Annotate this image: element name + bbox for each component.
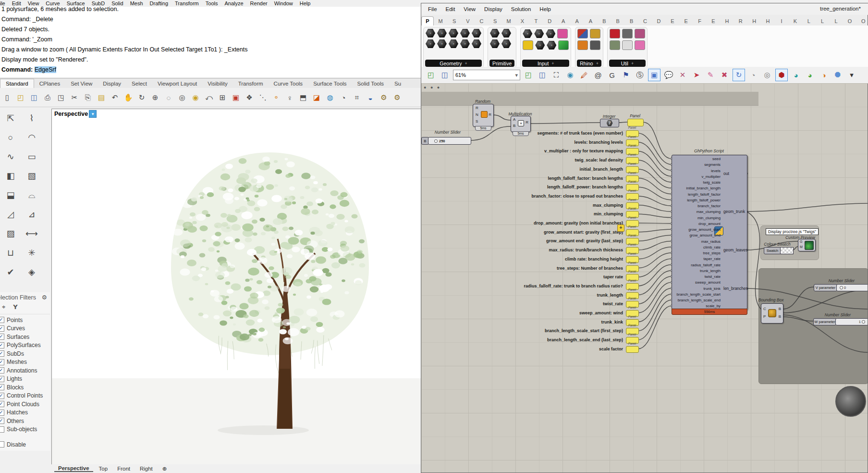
blue-octagon-icon[interactable]: ⯃: [832, 69, 844, 81]
gha-installer-icon[interactable]: G: [606, 69, 618, 81]
slider-grip[interactable]: [840, 286, 843, 289]
filter-item-polysurfaces[interactable]: ✓PolySurfaces: [0, 341, 50, 350]
open-folder-icon[interactable]: ◰: [14, 91, 27, 104]
zoom-level-select[interactable]: 61% ▾: [453, 70, 520, 80]
gh-component-icon[interactable]: ◦: [449, 29, 458, 37]
hatch-tool[interactable]: ▨: [0, 224, 21, 243]
viewport-tab-top[interactable]: Top: [95, 466, 112, 472]
slider-grip[interactable]: [862, 320, 865, 324]
gh-component-icon[interactable]: ◦: [490, 29, 500, 37]
gh-category-tab-15[interactable]: B: [624, 18, 638, 25]
ghpython-input-segments[interactable]: segments: [704, 162, 721, 167]
ghpython-input-trunk_kink[interactable]: trunk_kink: [703, 286, 721, 290]
gh-component-icon-arrow[interactable]: [622, 29, 633, 38]
polyline-tool[interactable]: ⌇: [21, 109, 42, 128]
undo-view-icon[interactable]: ⤺: [203, 91, 215, 104]
filter-item-control-points[interactable]: ✓Control Points: [0, 392, 50, 400]
box-tool[interactable]: ▧: [21, 166, 42, 186]
gh-component-icon[interactable]: ◦: [472, 39, 481, 48]
ghpython-input-max_radius[interactable]: max_radius: [701, 239, 721, 243]
random-node[interactable]: R N S R: [473, 104, 494, 127]
add-viewport-icon[interactable]: ⊕: [159, 465, 171, 472]
ghpython-input-branch_length_scale_end[interactable]: branch_length_scale_end: [678, 298, 721, 302]
gh-category-tab-31[interactable]: O: [843, 18, 856, 25]
gh-category-tab-28[interactable]: L: [802, 18, 816, 25]
filter-item-lights[interactable]: ✓Lights: [0, 375, 50, 384]
gh-component-icon[interactable]: ◦: [501, 29, 511, 37]
toolbar-tab-select[interactable]: Select: [126, 79, 152, 88]
toolbar-tab-display[interactable]: Display: [98, 79, 126, 88]
bbox-output-b2[interactable]: B: [779, 314, 781, 319]
paint-flame-icon[interactable]: 🖉: [578, 69, 590, 81]
gh-category-tab-5[interactable]: S: [489, 18, 502, 25]
gh-menu-solution[interactable]: Solution: [511, 6, 531, 12]
ghpython-input-length_falloff_factor[interactable]: length_falloff_factor: [688, 192, 721, 196]
rhino-menu-render[interactable]: Render: [250, 0, 268, 6]
sphere-icon[interactable]: ◔: [337, 91, 350, 104]
wire-cylinder-icon[interactable]: ◎: [761, 69, 773, 81]
gh-component-icon[interactable]: ◦: [460, 29, 470, 37]
save-document-icon[interactable]: ◫: [439, 69, 451, 81]
bbox-input-c[interactable]: C: [763, 307, 766, 311]
teal-ribbon-icon[interactable]: ◕: [790, 69, 802, 81]
gh-category-tab-3[interactable]: V: [461, 18, 475, 25]
gh-category-tab-21[interactable]: E: [707, 18, 720, 25]
balloon-icon[interactable]: 💬: [663, 69, 674, 81]
perspective-viewport[interactable]: Perspective ▼: [51, 109, 421, 465]
gh-group-label[interactable]: Rhino+: [577, 60, 601, 67]
multiplication-input-b[interactable]: B: [513, 124, 515, 128]
gh-category-tab-27[interactable]: K: [788, 18, 802, 25]
gear-icon[interactable]: ⚙: [42, 294, 47, 301]
gh-component-icon[interactable]: ◦: [472, 29, 481, 37]
viewport-title[interactable]: Perspective ▼: [54, 110, 97, 118]
gh-group-label[interactable]: Input+: [522, 60, 569, 67]
viewport-layout-icon[interactable]: ⊞: [216, 91, 229, 104]
toolbar-tab-visibility[interactable]: Visibility: [202, 79, 232, 88]
document-flag-icon[interactable]: ⚑: [620, 69, 632, 81]
viewport-tab-front[interactable]: Front: [113, 466, 134, 472]
canvas-compass-widget[interactable]: [835, 386, 866, 417]
ghpython-input-twist_rate[interactable]: twist_rate: [705, 274, 721, 279]
gh-component-icon[interactable]: ◦: [449, 39, 458, 48]
gh-canvas[interactable]: ● ● ● Random R N S R 5ms Multiplication …: [421, 83, 868, 473]
swatch-button[interactable]: Swatch: [764, 247, 781, 254]
ghpython-input-scale_by[interactable]: scale_by: [706, 304, 721, 308]
random-input-n[interactable]: N: [476, 112, 478, 117]
circle-tool[interactable]: ○: [0, 128, 21, 147]
gh-category-tab-12[interactable]: A: [584, 18, 597, 25]
checkbox[interactable]: ✓: [0, 342, 4, 349]
mail-icon[interactable]: ◪: [310, 91, 323, 104]
gh-category-tab-20[interactable]: F: [693, 18, 706, 25]
lattice-icon[interactable]: ⌗: [351, 91, 363, 104]
gh-component-icon-redblue[interactable]: [577, 29, 588, 38]
gh-category-tab-7[interactable]: X: [515, 18, 529, 25]
gh-category-tab-4[interactable]: C: [475, 18, 488, 25]
grey-sphere-icon[interactable]: ◔: [747, 69, 759, 81]
disable-x-icon[interactable]: ✖: [719, 69, 730, 81]
octagon-dropdown-arrow[interactable]: ▾: [846, 69, 857, 81]
gh-component-icon[interactable]: ◦: [426, 39, 435, 48]
ghpython-output-geom_trunk[interactable]: geom_trunk: [723, 209, 745, 214]
rotate-view-icon[interactable]: ↻: [135, 91, 148, 104]
rectangle-tool[interactable]: ▭: [21, 147, 42, 166]
rhino-command-history[interactable]: 1 polysurface, 6 meshes added to selecti…: [0, 7, 424, 78]
random-output-r[interactable]: R: [489, 112, 491, 117]
zoom-window-icon[interactable]: ◌: [162, 91, 175, 104]
undo-icon[interactable]: ↶: [109, 91, 121, 104]
gh-category-tab-18[interactable]: E: [666, 18, 679, 25]
chevron-down-icon[interactable]: ▼: [89, 110, 97, 118]
gumball-tool[interactable]: ◈: [21, 262, 42, 282]
viewport-tab-perspective[interactable]: Perspective: [54, 465, 93, 472]
ghpython-input-min_clumping[interactable]: min_clumping: [697, 215, 721, 220]
rhino-menu-mesh[interactable]: Mesh: [130, 0, 143, 6]
gh-component-icon[interactable]: ◦: [523, 29, 532, 38]
toolbar-tab-curve-tools[interactable]: Curve Tools: [269, 79, 308, 88]
wire-pen-icon[interactable]: ✎: [705, 69, 716, 81]
ghpython-input-length_falloff_power[interactable]: length_falloff_power: [687, 198, 721, 202]
random-input-s[interactable]: S: [476, 119, 478, 124]
point-edit-icon[interactable]: ⋱: [257, 91, 269, 104]
ghpython-input-grow_amount_end[interactable]: grow_amount_end: [689, 233, 721, 237]
rhino-menu-surface[interactable]: Surface: [67, 0, 85, 6]
number-slider[interactable]: 250: [428, 137, 471, 145]
gear-a-icon[interactable]: ⚙: [378, 91, 390, 104]
